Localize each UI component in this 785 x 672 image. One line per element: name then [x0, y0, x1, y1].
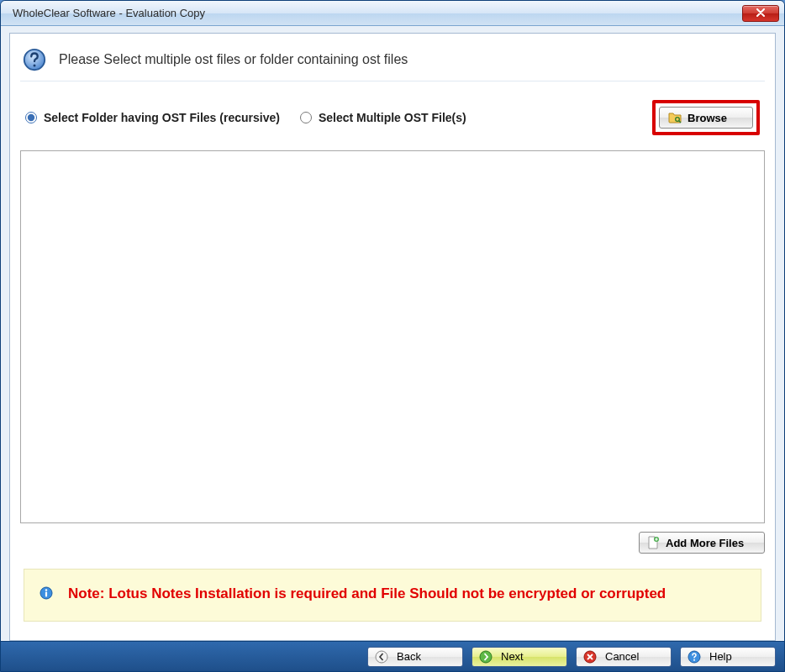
add-more-button[interactable]: Add More Files	[639, 532, 765, 554]
question-icon	[22, 47, 47, 72]
svg-point-7	[45, 589, 47, 591]
back-label: Back	[397, 650, 421, 663]
file-list-area[interactable]	[20, 150, 765, 523]
radio-multiple[interactable]: Select Multiple OST File(s)	[300, 111, 466, 124]
help-label: Help	[709, 650, 732, 663]
help-button[interactable]: Help	[680, 647, 776, 667]
titlebar: WholeClear Software - Evaluation Copy	[1, 1, 784, 26]
title-group: WholeClear Software - Evaluation Copy	[8, 7, 205, 19]
svg-point-9	[376, 651, 387, 663]
back-icon	[375, 650, 388, 664]
cancel-icon	[583, 650, 597, 664]
browse-label: Browse	[688, 112, 727, 124]
note-box: Note: Lotus Notes Installation is requir…	[24, 569, 761, 622]
next-label: Next	[501, 650, 524, 663]
folder-search-icon	[668, 111, 682, 124]
svg-point-13	[693, 659, 695, 660]
instruction-text: Please Select multiple ost files or fold…	[59, 52, 408, 67]
option-row: Select Folder having OST Files (recursiv…	[20, 81, 765, 150]
help-icon	[688, 650, 701, 664]
radio-folder-label: Select Folder having OST Files (recursiv…	[44, 111, 280, 124]
add-more-row: Add More Files	[20, 523, 765, 565]
footer-nav: Back Next Cancel	[1, 641, 784, 671]
close-button[interactable]	[742, 5, 779, 22]
window-title: WholeClear Software - Evaluation Copy	[13, 7, 205, 19]
instruction-row: Please Select multiple ost files or fold…	[20, 42, 765, 81]
add-more-label: Add More Files	[666, 537, 744, 549]
close-icon	[756, 7, 766, 19]
note-text: Note: Lotus Notes Installation is requir…	[68, 585, 666, 604]
cancel-label: Cancel	[605, 650, 639, 663]
radio-folder[interactable]: Select Folder having OST Files (recursiv…	[25, 111, 280, 124]
svg-rect-8	[45, 592, 47, 597]
browse-button[interactable]: Browse	[659, 107, 753, 129]
main-content: Please Select multiple ost files or fold…	[9, 33, 776, 641]
svg-point-3	[34, 65, 36, 67]
info-icon	[40, 586, 53, 600]
next-icon	[479, 650, 493, 664]
app-window: WholeClear Software - Evaluation Copy	[0, 0, 785, 672]
radio-multiple-input[interactable]	[300, 112, 312, 123]
next-button[interactable]: Next	[472, 647, 567, 667]
browse-highlight: Browse	[652, 100, 760, 135]
back-button[interactable]: Back	[367, 647, 463, 667]
radio-multiple-label: Select Multiple OST File(s)	[319, 111, 466, 124]
file-add-icon	[646, 536, 660, 549]
cancel-button[interactable]: Cancel	[576, 647, 672, 667]
radio-folder-input[interactable]	[25, 112, 37, 123]
svg-point-10	[480, 651, 492, 663]
